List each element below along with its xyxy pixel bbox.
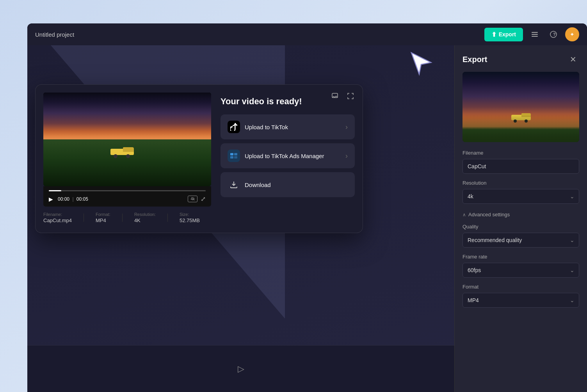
- format-label: Format:: [96, 212, 110, 217]
- upload-tiktok-ads-button[interactable]: Upload to TikTok Ads Manager ›: [221, 143, 355, 168]
- quality-select-wrapper: Recommended quality High quality Normal …: [462, 233, 579, 248]
- download-label: Download: [245, 182, 271, 188]
- svg-rect-1: [532, 34, 538, 35]
- tiktok-ads-label: Upload to TikTok Ads Manager: [245, 153, 324, 159]
- panel-thumb-image: [462, 72, 579, 142]
- svg-rect-0: [532, 32, 538, 33]
- svg-rect-9: [234, 156, 237, 159]
- help-button[interactable]: ?: [546, 27, 560, 41]
- svg-text:?: ?: [553, 32, 556, 37]
- format-value: MP4: [96, 217, 110, 223]
- play-button[interactable]: ▶: [49, 196, 53, 202]
- action-section: Your video is ready! Upload to TikTok ›: [221, 93, 355, 225]
- tiktok-ads-chevron: ›: [345, 152, 348, 160]
- top-bar-actions: ⬆ Export ? ✦: [484, 27, 579, 41]
- app-window: Untitled project ⬆ Export ? ✦: [27, 23, 587, 392]
- resolution-select[interactable]: 4k 1080p 720p: [462, 189, 579, 204]
- format-select-wrapper: MP4 MOV AVI ⌄: [462, 293, 579, 308]
- filename-input[interactable]: [462, 159, 579, 174]
- export-button[interactable]: ⬆ Export: [484, 28, 523, 41]
- video-preview: [43, 93, 211, 186]
- editor-area: ▶ 00:00 | 00:05 4k ⤢: [27, 45, 454, 392]
- video-controls: ▶ 00:00 | 00:05 4k ⤢: [43, 186, 211, 207]
- file-info-sep3: [167, 214, 168, 222]
- advanced-settings-toggle[interactable]: ∧ Advanced settings: [462, 212, 510, 217]
- file-info-resolution: Resolution: 4K: [134, 212, 156, 223]
- framerate-select[interactable]: 60fps 30fps 24fps: [462, 263, 579, 278]
- current-time: 00:00: [58, 196, 69, 202]
- video-modal: ▶ 00:00 | 00:05 4k ⤢: [35, 84, 363, 233]
- top-bar: Untitled project ⬆ Export ? ✦: [27, 23, 587, 45]
- svg-rect-6: [230, 153, 233, 155]
- download-icon: [228, 178, 240, 191]
- filename-value: CapCut.mp4: [43, 217, 72, 223]
- tiktok-btn-left: Upload to TikTok: [228, 121, 288, 133]
- quality-field-label: Quality: [462, 224, 579, 230]
- svg-rect-2: [532, 36, 538, 37]
- file-info-size: Size: 52.75MB: [180, 212, 200, 223]
- download-button[interactable]: Download: [221, 172, 355, 197]
- time-display: 00:00 | 00:05: [58, 196, 88, 202]
- advanced-chevron-icon: ∧: [462, 212, 466, 217]
- progress-bar[interactable]: [49, 190, 206, 191]
- file-info-sep1: [84, 214, 84, 222]
- format-field-label: Format: [462, 284, 579, 290]
- advanced-settings-label: Advanced settings: [468, 212, 510, 217]
- duration: 00:05: [76, 196, 88, 202]
- tiktok-chevron: ›: [345, 123, 348, 131]
- quality-badge: 4k: [188, 196, 197, 202]
- svg-rect-7: [234, 153, 237, 155]
- avatar-icon: ✦: [570, 31, 575, 37]
- export-panel-header: Export ✕: [455, 45, 587, 72]
- panel-thumbnail: [462, 72, 579, 142]
- modal-body: ▶ 00:00 | 00:05 4k ⤢: [36, 85, 363, 233]
- export-button-label: Export: [499, 31, 516, 37]
- timeline-area: ▷: [27, 345, 454, 392]
- feedback-icon-btn[interactable]: [329, 90, 341, 102]
- fullscreen-icon-btn[interactable]: [345, 90, 356, 102]
- settings-section: Filename Resolution 4k 1080p 720p ⌄: [455, 150, 587, 204]
- file-info-sep2: [122, 214, 123, 222]
- export-panel: Export ✕ Filename Resolution: [454, 45, 587, 392]
- size-label: Size:: [180, 212, 200, 217]
- svg-rect-8: [230, 156, 233, 159]
- modal-icons: [329, 90, 356, 102]
- resolution-label: Resolution:: [134, 212, 156, 217]
- fullscreen-button[interactable]: ⤢: [201, 195, 206, 203]
- tiktok-icon: [228, 121, 240, 133]
- filename-field-label: Filename: [462, 150, 579, 156]
- upload-icon: ⬆: [491, 31, 496, 38]
- download-btn-left: Download: [228, 178, 271, 191]
- timeline-play-button[interactable]: ▷: [238, 364, 244, 374]
- progress-fill: [49, 190, 61, 191]
- panel-van-graphic: [511, 115, 531, 123]
- file-info-format: Format: MP4: [96, 212, 110, 223]
- tiktok-ads-icon: [228, 150, 240, 162]
- video-thumbnail: [43, 93, 211, 186]
- framerate-field-label: Frame rate: [462, 254, 579, 260]
- export-panel-title: Export: [462, 55, 487, 64]
- tiktok-ads-btn-left: Upload to TikTok Ads Manager: [228, 150, 324, 162]
- tiktok-label: Upload to TikTok: [245, 124, 288, 130]
- controls-row: ▶ 00:00 | 00:05 4k ⤢: [49, 195, 206, 203]
- resolution-select-wrapper: 4k 1080p 720p ⌄: [462, 189, 579, 204]
- video-player-section: ▶ 00:00 | 00:05 4k ⤢: [43, 93, 211, 225]
- resolution-field-label: Resolution: [462, 180, 579, 186]
- upload-tiktok-button[interactable]: Upload to TikTok ›: [221, 114, 355, 139]
- filename-label: Filename:: [43, 212, 72, 217]
- avatar-button[interactable]: ✦: [565, 27, 579, 41]
- main-content: ▶ 00:00 | 00:05 4k ⤢: [27, 45, 587, 392]
- advanced-settings-section: Quality Recommended quality High quality…: [455, 224, 587, 308]
- project-title: Untitled project: [35, 31, 74, 38]
- queue-button[interactable]: [528, 27, 542, 41]
- size-value: 52.75MB: [180, 217, 200, 223]
- file-info-filename: Filename: CapCut.mp4: [43, 212, 72, 223]
- quality-select[interactable]: Recommended quality High quality Normal …: [462, 233, 579, 248]
- resolution-value: 4K: [134, 217, 156, 223]
- file-info-bar: Filename: CapCut.mp4 Format: MP4 Resolut…: [43, 207, 211, 225]
- controls-left: ▶ 00:00 | 00:05: [49, 196, 88, 202]
- format-select[interactable]: MP4 MOV AVI: [462, 293, 579, 308]
- framerate-select-wrapper: 60fps 30fps 24fps ⌄: [462, 263, 579, 278]
- export-panel-close-button[interactable]: ✕: [567, 53, 579, 66]
- van-graphic: [110, 149, 134, 158]
